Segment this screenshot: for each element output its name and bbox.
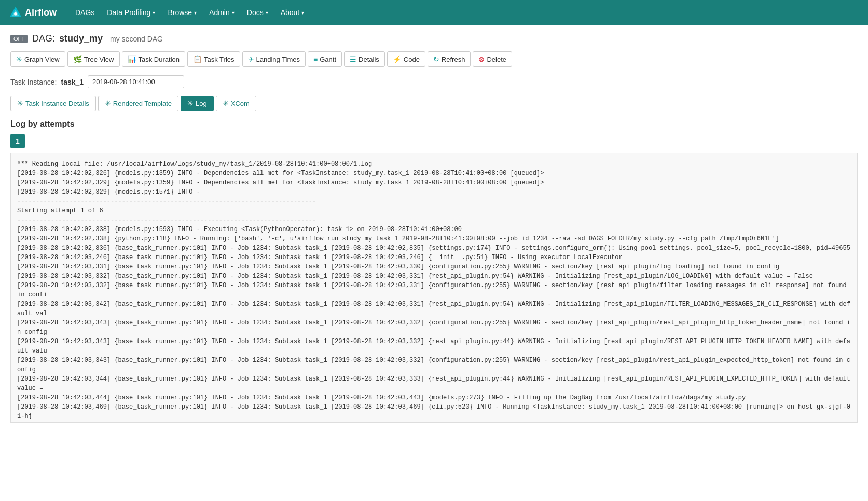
tree-icon: 🌿 (73, 55, 82, 63)
task-instance-bar: Task Instance: task_1 (10, 75, 858, 88)
nav-data-profiling[interactable]: Data Profiling ▾ (101, 1, 161, 24)
chevron-down-icon: ▾ (232, 10, 235, 16)
log-header: Log by attempts (10, 119, 858, 129)
navbar: Airflow DAGs Data Profiling ▾ Browse ▾ A… (0, 0, 868, 25)
delete-btn[interactable]: ⊗ Delete (473, 51, 512, 67)
xcom-tab[interactable]: ✳ XCom (216, 96, 256, 111)
airflow-icon (8, 5, 23, 20)
attempt-badge[interactable]: 1 (10, 134, 25, 148)
task-duration-btn[interactable]: 📊 Task Duration (122, 51, 185, 67)
brand-name: Airflow (25, 7, 57, 18)
graph-view-btn[interactable]: ✳ Graph View (10, 51, 65, 67)
chevron-down-icon: ▾ (153, 10, 155, 16)
task-instance-label: Task Instance: (10, 78, 57, 86)
chevron-down-icon: ▾ (266, 10, 268, 16)
brand-logo[interactable]: Airflow (8, 5, 57, 20)
details-icon: ☰ (350, 55, 356, 63)
chevron-down-icon: ▾ (301, 10, 304, 16)
code-icon: ⚡ (393, 55, 402, 63)
star-icon: ✳ (105, 99, 111, 107)
star-icon: ✳ (17, 99, 23, 107)
task-instance-name: task_1 (61, 78, 84, 86)
nav-about[interactable]: About ▾ (274, 1, 311, 24)
gantt-icon: ≡ (313, 55, 318, 63)
landing-times-btn[interactable]: ✈ Landing Times (242, 51, 306, 67)
chevron-down-icon: ▾ (194, 10, 197, 16)
dag-toggle-button[interactable]: OFF (10, 35, 28, 43)
landing-icon: ✈ (248, 55, 254, 63)
sub-tabs: ✳ Task Instance Details ✳ Rendered Templ… (10, 96, 858, 111)
gantt-btn[interactable]: ≡ Gantt (308, 51, 342, 67)
log-content[interactable]: *** Reading local file: /usr/local/airfl… (10, 153, 858, 423)
tree-view-btn[interactable]: 🌿 Tree View (67, 51, 120, 67)
delete-icon: ⊗ (478, 55, 485, 63)
log-section: Log by attempts 1 *** Reading local file… (10, 119, 858, 423)
code-btn[interactable]: ⚡ Code (387, 51, 425, 67)
toolbar: ✳ Graph View 🌿 Tree View 📊 Task Duration… (10, 51, 858, 67)
graph-icon: ✳ (16, 55, 22, 63)
duration-icon: 📊 (128, 55, 136, 63)
rendered-template-tab[interactable]: ✳ Rendered Template (98, 96, 178, 111)
refresh-btn[interactable]: ↻ Refresh (428, 51, 471, 67)
star-icon: ✳ (223, 99, 229, 107)
tries-icon: 📋 (193, 55, 202, 63)
dag-subtitle: my second DAG (110, 35, 163, 43)
task-instance-details-tab[interactable]: ✳ Task Instance Details (10, 96, 96, 111)
details-btn[interactable]: ☰ Details (344, 51, 385, 67)
dag-header: OFF DAG: study_my my second DAG (10, 33, 858, 44)
dag-prefix: DAG: (32, 33, 55, 44)
log-tab[interactable]: ✳ Log (181, 96, 214, 111)
nav-dags[interactable]: DAGs (69, 1, 101, 24)
svg-point-2 (14, 12, 17, 16)
nav-browse[interactable]: Browse ▾ (161, 1, 203, 24)
star-icon: ✳ (187, 99, 194, 107)
nav-admin[interactable]: Admin ▾ (203, 1, 241, 24)
task-tries-btn[interactable]: 📋 Task Tries (187, 51, 240, 67)
dag-name: study_my (59, 33, 103, 44)
task-instance-datetime-input[interactable] (88, 75, 184, 88)
nav-docs[interactable]: Docs ▾ (241, 1, 274, 24)
main-content: OFF DAG: study_my my second DAG ✳ Graph … (0, 25, 868, 501)
refresh-icon: ↻ (433, 55, 439, 63)
